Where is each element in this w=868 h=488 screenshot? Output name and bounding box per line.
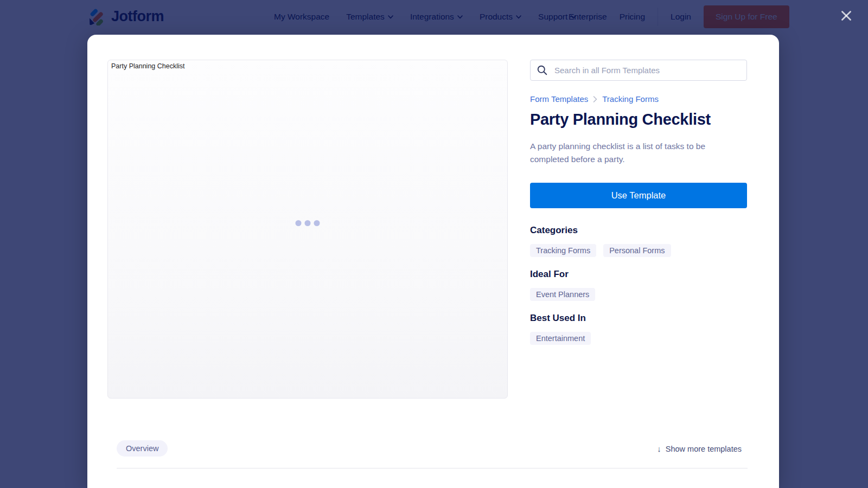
section-heading: Categories: [530, 225, 747, 236]
close-button[interactable]: [838, 8, 854, 24]
breadcrumb-link-tracking-forms[interactable]: Tracking Forms: [602, 94, 659, 104]
meta-section: Ideal For Event Planners: [530, 269, 747, 301]
show-more-label: Show more templates: [666, 445, 742, 453]
tag-list: Tracking Forms Personal Forms: [530, 244, 747, 257]
template-meta: Categories Tracking Forms Personal Forms…: [530, 225, 747, 345]
close-icon: [839, 9, 853, 23]
show-more-templates-button[interactable]: ↓ Show more templates: [657, 444, 742, 453]
tag-list: Event Planners: [530, 288, 747, 301]
tag-chip[interactable]: Tracking Forms: [530, 244, 596, 257]
search-box: [530, 60, 747, 81]
arrow-down-icon: ↓: [657, 444, 661, 453]
section-heading: Best Used In: [530, 313, 747, 324]
tag-chip[interactable]: Entertainment: [530, 332, 591, 345]
tag-list: Entertainment: [530, 332, 747, 345]
use-template-button[interactable]: Use Template: [530, 183, 747, 208]
template-info-panel: Form Templates Tracking Forms Party Plan…: [530, 60, 747, 345]
tag-chip[interactable]: Personal Forms: [603, 244, 671, 257]
search-input[interactable]: [530, 60, 747, 81]
loading-spinner: [296, 220, 320, 226]
form-preview: Party Planning Checklist: [107, 60, 508, 399]
template-preview-modal: Party Planning Checklist Form Templates …: [87, 35, 779, 488]
breadcrumb-link-form-templates[interactable]: Form Templates: [530, 94, 588, 104]
meta-section: Best Used In Entertainment: [530, 313, 747, 345]
tag-chip[interactable]: Event Planners: [530, 288, 595, 301]
meta-section: Categories Tracking Forms Personal Forms: [530, 225, 747, 257]
section-heading: Ideal For: [530, 269, 747, 280]
page-title: Party Planning Checklist: [530, 111, 747, 129]
form-preview-title: Party Planning Checklist: [111, 62, 184, 70]
search-icon: [537, 65, 547, 75]
footer-divider: [117, 468, 748, 468]
breadcrumb: Form Templates Tracking Forms: [530, 94, 747, 104]
template-description: A party planning checklist is a list of …: [530, 140, 723, 166]
tab-overview[interactable]: Overview: [117, 440, 168, 457]
chevron-right-icon: [593, 96, 597, 102]
